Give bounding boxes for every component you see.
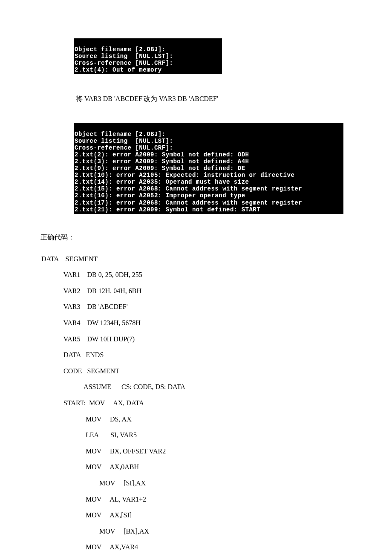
terminal-line: 2.txt(4): Out of memory [75, 66, 162, 73]
code-line: MOV DS, AX [41, 411, 392, 427]
terminal-line: 2.txt(3): error A2009: Symbol not define… [75, 158, 249, 165]
code-line: LEA SI, VAR5 [41, 427, 392, 443]
terminal-line: 2.txt(2): error A2009: Symbol not define… [75, 151, 249, 158]
code-line: DATA ENDS [41, 347, 392, 363]
code-line: MOV AX,VAR4 [41, 539, 392, 554]
terminal-line: 2.txt(14): error A2035: Operand must hav… [75, 179, 249, 185]
terminal-line: Source listing [NUL.LST]: [75, 138, 173, 144]
code-line: VAR2 DB 12H, 04H, 6BH [41, 283, 392, 299]
code-line: MOV AX,[SI] [41, 507, 392, 523]
terminal-line: 2.txt(15): error A2068: Cannot address w… [75, 185, 302, 192]
terminal-line: 2.txt(21): error A2009: Symbol not defin… [75, 206, 260, 213]
terminal-line: 2.txt(16): error A2052: Improper operand… [75, 192, 245, 199]
assembly-code-block: DATA SEGMENT VAR1 DB 0, 25, 0DH, 255 VAR… [41, 251, 392, 554]
code-line: DATA SEGMENT [41, 251, 392, 267]
code-line: VAR4 DW 1234H, 5678H [41, 315, 392, 331]
terminal-output-2: Object filename [2.OBJ]: Source listing … [74, 123, 343, 214]
code-line: MOV BX, OFFSET VAR2 [41, 443, 392, 459]
terminal-line: Object filename [2.OBJ]: [75, 131, 166, 138]
code-line: START: MOV AX, DATA [41, 395, 392, 411]
code-line: VAR1 DB 0, 25, 0DH, 255 [41, 267, 392, 283]
code-line: MOV AX,0ABH [41, 459, 392, 475]
terminal-line: Object filename [2.OBJ]: [75, 46, 166, 53]
code-line: MOV [SI],AX [41, 475, 392, 491]
code-line: CODE SEGMENT [41, 363, 392, 379]
terminal-output-1: Object filename [2.OBJ]: Source listing … [74, 38, 222, 74]
code-line: MOV AL, VAR1+2 [41, 491, 392, 508]
code-line: MOV [BX],AX [41, 523, 392, 540]
code-line: VAR3 DB 'ABCDEF' [41, 299, 392, 315]
terminal-line: 2.txt(17): error A2068: Cannot address w… [75, 199, 302, 206]
terminal-line: 2.txt(10): error A2105: Expected: instru… [75, 172, 294, 179]
terminal-line: Cross-reference [NUL.CRF]: [75, 60, 173, 66]
modification-note: 将 VAR3 DB 'ABCDEF'改为 VAR3 DB 'ABCDEF' [76, 95, 392, 104]
section-header-correct-code: 正确代码： [40, 233, 392, 242]
document-content: Object filename [2.OBJ]: Source listing … [0, 0, 392, 554]
terminal-line: Cross-reference [NUL.CRF]: [75, 144, 173, 151]
code-line: VAR5 DW 10H DUP(?) [41, 331, 392, 347]
terminal-line: Source listing [NUL.LST]: [75, 53, 173, 60]
terminal-line: 2.txt(9): error A2009: Symbol not define… [75, 165, 245, 172]
code-line: ASSUME CS: CODE, DS: DATA [41, 379, 392, 395]
